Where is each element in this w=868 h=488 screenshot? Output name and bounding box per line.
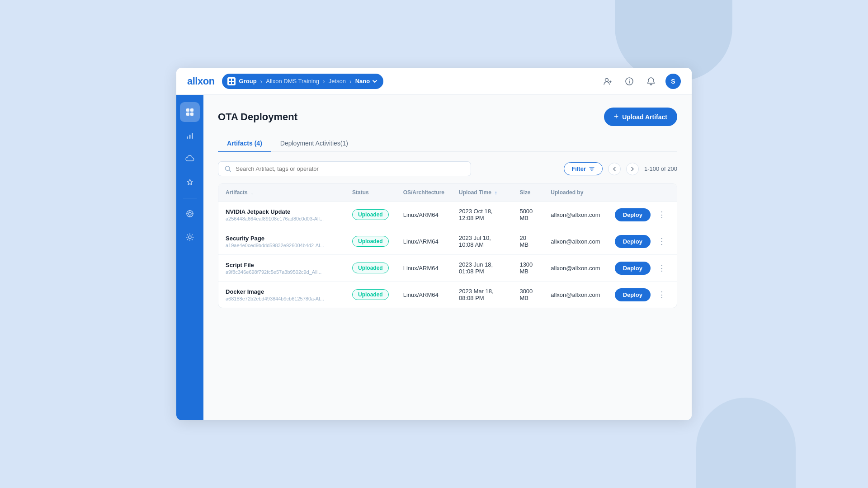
upload-artifact-button[interactable]: + Upload Artifact (604, 108, 677, 126)
sidebar (176, 95, 203, 420)
breadcrumb-sep-1: › (260, 78, 263, 85)
chevron-down-icon (372, 78, 378, 84)
artifact-name-0: NVIDIA Jetpack Update (226, 208, 338, 215)
status-badge-0: Uploaded (352, 209, 389, 220)
filter-button[interactable]: Filter (564, 162, 603, 175)
cell-os-0: Linux/ARM64 (396, 202, 452, 228)
cell-artifact-2: Script File a9f8c346e698f792fc5e57a3b950… (218, 255, 345, 282)
sidebar-item-cloud[interactable] (180, 149, 200, 169)
col-artifacts: Artifacts ↓ (218, 184, 345, 202)
svg-rect-13 (192, 133, 193, 139)
breadcrumb-item-1[interactable]: Allxon DMS Training (266, 78, 319, 84)
breadcrumb-dropdown[interactable]: Nano (355, 78, 378, 84)
deploy-button-1[interactable]: Deploy (615, 235, 651, 248)
main-layout: OTA Deployment + Upload Artifact Artifac… (176, 95, 692, 420)
cell-artifact-1: Security Page a19ae4e0ced9bddd59832e9260… (218, 228, 345, 255)
col-os-arch: OS/Architecture (396, 184, 452, 202)
cell-status-3: Uploaded (345, 282, 396, 308)
pagination-info: 1-100 of 200 (644, 165, 677, 172)
more-options-button-1[interactable]: ⋮ (654, 235, 670, 248)
upload-artifact-label: Upload Artifact (622, 113, 667, 121)
more-options-button-3[interactable]: ⋮ (654, 288, 670, 301)
toolbar: Filter 1-100 (218, 161, 677, 176)
cell-actions-0: Deploy ⋮ (608, 202, 677, 228)
notifications-button[interactable] (644, 74, 658, 89)
cell-actions-3: Deploy ⋮ (608, 282, 677, 308)
cell-size-2: 1300 MB (512, 255, 543, 282)
tab-artifacts[interactable]: Artifacts (4) (218, 135, 271, 152)
cell-time-1: 2023 Jul 10, 10:08 AM (452, 228, 512, 255)
svg-rect-0 (229, 79, 231, 81)
actions-cell-2: Deploy ⋮ (615, 261, 670, 275)
tab-deployment[interactable]: Deployment Activities(1) (271, 135, 357, 152)
add-user-button[interactable] (600, 74, 615, 89)
search-box (218, 161, 471, 176)
breadcrumb[interactable]: Group › Allxon DMS Training › Jetson › N… (222, 74, 384, 89)
artifact-name-3: Docker Image (226, 288, 338, 295)
toolbar-right: Filter 1-100 (564, 162, 677, 175)
more-options-button-0[interactable]: ⋮ (654, 208, 670, 221)
cell-actions-2: Deploy ⋮ (608, 255, 677, 282)
group-label: Group (239, 78, 257, 84)
topnav-left: allxon Group › Allxon DMS Training › Jet… (187, 74, 383, 89)
content-area: OTA Deployment + Upload Artifact Artifac… (203, 95, 692, 420)
table-row: NVIDIA Jetpack Update a256448a664eaf8910… (218, 202, 677, 228)
cell-time-2: 2023 Jun 18, 01:08 PM (452, 255, 512, 282)
cell-os-2: Linux/ARM64 (396, 255, 452, 282)
sidebar-item-analytics[interactable] (180, 126, 200, 145)
avatar-button[interactable]: S (665, 74, 681, 89)
breadcrumb-sep-3: › (349, 78, 352, 85)
svg-point-6 (629, 79, 630, 80)
sidebar-item-dashboard[interactable] (180, 102, 200, 122)
sidebar-item-settings[interactable] (180, 227, 200, 247)
search-input[interactable] (236, 165, 464, 172)
status-badge-1: Uploaded (352, 236, 389, 247)
plus-icon: + (614, 112, 619, 122)
topnav-right: S (600, 74, 681, 89)
info-button[interactable] (622, 74, 637, 89)
deploy-button-3[interactable]: Deploy (615, 288, 651, 301)
cell-artifact-0: NVIDIA Jetpack Update a256448a664eaf8910… (218, 202, 345, 228)
sidebar-divider (183, 198, 197, 198)
sidebar-item-ota[interactable] (180, 204, 200, 224)
sidebar-item-extensions[interactable] (180, 173, 200, 192)
next-page-button[interactable] (626, 163, 639, 175)
deploy-button-2[interactable]: Deploy (615, 262, 651, 275)
table-header-row: Artifacts ↓ Status OS/Architecture Uploa… (218, 184, 677, 202)
status-badge-2: Uploaded (352, 263, 389, 273)
artifacts-table-container: Artifacts ↓ Status OS/Architecture Uploa… (218, 183, 677, 308)
sort-time-icon[interactable]: ↑ (495, 190, 497, 195)
sort-artifacts-icon[interactable]: ↓ (251, 190, 254, 195)
cell-os-1: Linux/ARM64 (396, 228, 452, 255)
search-icon (225, 165, 231, 172)
cell-actions-1: Deploy ⋮ (608, 228, 677, 255)
topnav: allxon Group › Allxon DMS Training › Jet… (176, 68, 692, 95)
cell-os-3: Linux/ARM64 (396, 282, 452, 308)
col-upload-time: Upload Time ↑ (452, 184, 512, 202)
actions-cell-0: Deploy ⋮ (615, 208, 670, 221)
tabs-container: Artifacts (4) Deployment Activities(1) (218, 135, 677, 152)
main-window: allxon Group › Allxon DMS Training › Jet… (176, 68, 692, 420)
more-options-button-2[interactable]: ⋮ (654, 261, 670, 275)
cell-time-0: 2023 Oct 18, 12:08 PM (452, 202, 512, 228)
actions-cell-1: Deploy ⋮ (615, 235, 670, 248)
cell-uploader-2: allxon@allxon.com (543, 255, 607, 282)
deploy-button-0[interactable]: Deploy (615, 208, 651, 221)
svg-point-4 (605, 78, 609, 81)
breadcrumb-item-2[interactable]: Jetson (329, 78, 346, 84)
breadcrumb-sep-2: › (323, 78, 325, 85)
col-size: Size (512, 184, 543, 202)
artifact-hash-0: a256448a664eaf89108e176ad80c0d03-All... (226, 216, 338, 221)
cell-time-3: 2023 Mar 18, 08:08 PM (452, 282, 512, 308)
prev-page-button[interactable] (608, 163, 621, 175)
svg-rect-2 (229, 82, 231, 84)
chevron-right-icon (631, 166, 634, 172)
status-badge-3: Uploaded (352, 289, 389, 300)
page-title: OTA Deployment (218, 111, 297, 123)
svg-rect-7 (186, 108, 189, 112)
svg-point-17 (225, 166, 230, 171)
cell-size-3: 3000 MB (512, 282, 543, 308)
artifact-name-2: Script File (226, 262, 338, 268)
svg-point-15 (189, 212, 191, 215)
filter-icon (589, 166, 595, 172)
